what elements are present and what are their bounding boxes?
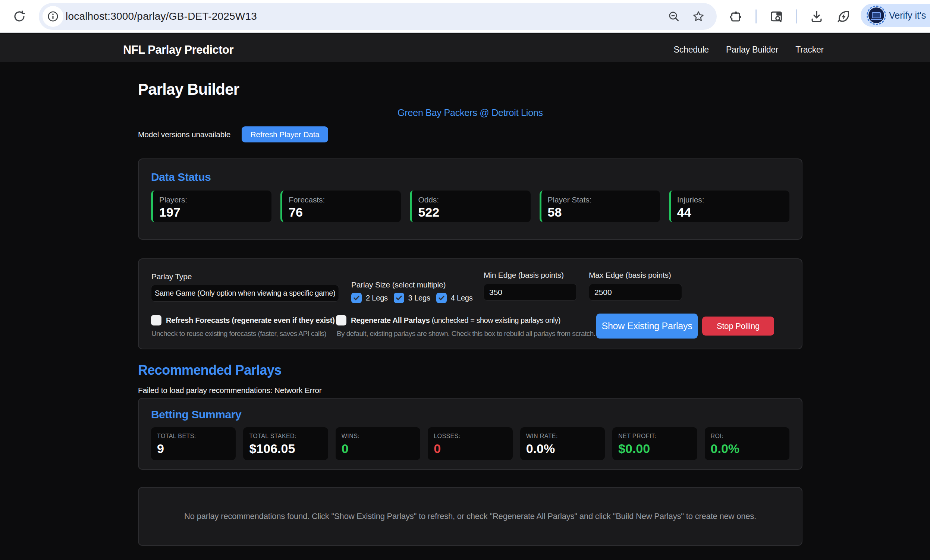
summary-box: ROI:0.0% [705, 427, 790, 460]
checkbox-label: 4 Legs [451, 294, 473, 302]
checkbox-label: 2 Legs [366, 294, 388, 302]
summary-value: 0 [342, 442, 420, 456]
max-edge-label: Max Edge (basis points) [589, 271, 671, 280]
refresh-forecasts-option: Refresh Forecasts (regenerate even if th… [151, 315, 335, 326]
checkbox-3-legs[interactable] [394, 293, 404, 303]
nav-link-schedule[interactable]: Schedule [674, 45, 709, 55]
stat-value: 522 [418, 205, 530, 220]
size-option-3-legs: 3 Legs [394, 293, 430, 303]
size-option-4-legs: 4 Legs [436, 293, 473, 303]
regenerate-helper: By default, existing parlays are shown. … [337, 329, 595, 338]
extensions-icon[interactable] [729, 9, 743, 23]
summary-box: LOSSES:0 [428, 427, 512, 460]
stat-box: Players:197 [151, 191, 271, 222]
url-text[interactable]: localhost:3000/parlay/GB-DET-2025W13 [66, 3, 257, 30]
min-edge-label: Min Edge (basis points) [483, 271, 564, 280]
checkbox-2-legs[interactable] [351, 293, 362, 303]
empty-state-message: No parlay recommendations found. Click "… [184, 512, 756, 521]
page-title: Parlay Builder [138, 80, 802, 98]
energy-saver-leaf-icon[interactable] [836, 9, 851, 23]
toolbar-divider [796, 9, 797, 23]
stop-polling-button[interactable]: Stop Polling [702, 317, 774, 335]
model-status-text: Model versions unavailable [138, 130, 231, 139]
zoom-out-icon[interactable] [667, 10, 680, 23]
stat-box: Player Stats:58 [540, 191, 660, 222]
profile-avatar [867, 6, 886, 25]
address-bar[interactable]: localhost:3000/parlay/GB-DET-2025W13 [39, 3, 717, 30]
summary-box: WINS:0 [336, 427, 420, 460]
stat-box: Forecasts:76 [280, 191, 401, 222]
main-content: Parlay Builder Green Bay Packers @ Detro… [0, 62, 930, 560]
summary-box: TOTAL BETS:9 [151, 427, 236, 460]
data-status-heading: Data Status [151, 171, 790, 183]
nav-links: ScheduleParlay BuilderTracker [674, 35, 824, 64]
download-icon[interactable] [810, 9, 824, 23]
regenerate-label: Regenerate All Parlays (unchecked = show… [351, 316, 560, 325]
nav-link-tracker[interactable]: Tracker [795, 45, 824, 55]
data-status-row: Players:197Forecasts:76Odds:522Player St… [151, 191, 790, 222]
app-navbar: NFL Parlay Predictor ScheduleParlay Buil… [0, 34, 930, 62]
betting-summary-heading: Betting Summary [151, 408, 790, 421]
regenerate-option: Regenerate All Parlays (unchecked = show… [336, 315, 560, 326]
summary-box: NET PROFIT:$0.00 [612, 427, 697, 460]
summary-label: ROI: [711, 433, 790, 440]
parlay-size-label: Parlay Size (select multiple) [351, 280, 446, 289]
stat-label: Odds: [418, 195, 530, 204]
stat-value: 58 [548, 205, 660, 220]
summary-value: 0.0% [526, 442, 605, 456]
betting-summary-card: Betting Summary TOTAL BETS:9TOTAL STAKED… [138, 398, 802, 470]
checkbox-4-legs[interactable] [436, 293, 447, 303]
game-link[interactable]: Green Bay Packers @ Detroit Lions [138, 108, 802, 118]
stat-value: 197 [159, 205, 271, 220]
max-edge-input[interactable] [589, 284, 682, 300]
size-option-2-legs: 2 Legs [351, 293, 388, 303]
stat-label: Player Stats: [548, 195, 660, 204]
bookmark-star-icon[interactable] [692, 10, 705, 23]
refresh-player-data-button[interactable]: Refresh Player Data [242, 126, 328, 142]
summary-box: WIN RATE:0.0% [520, 427, 605, 460]
empty-state-card: No parlay recommendations found. Click "… [138, 487, 802, 546]
checkbox-label: 3 Legs [408, 294, 430, 302]
stat-box: Odds:522 [410, 191, 530, 222]
app-title: NFL Parlay Predictor [123, 35, 233, 64]
parlay-type-label: Parlay Type [151, 272, 192, 281]
reload-icon[interactable] [13, 10, 26, 23]
summary-value: 0 [434, 442, 512, 456]
summary-value: $0.00 [618, 442, 697, 456]
min-edge-input[interactable] [483, 284, 577, 300]
profile-label: Verify it's [889, 10, 926, 21]
show-existing-parlays-button[interactable]: Show Existing Parlays [596, 314, 698, 338]
refresh-forecasts-helper: Uncheck to reuse existing forecasts (fas… [151, 329, 326, 338]
stat-box: Injuries:44 [669, 191, 790, 222]
summary-label: TOTAL STAKED: [249, 433, 328, 440]
betting-summary-row: TOTAL BETS:9TOTAL STAKED:$106.05WINS:0LO… [151, 427, 790, 460]
recommended-parlays-heading: Recommended Parlays [138, 362, 802, 378]
side-panel-search-icon[interactable] [769, 9, 784, 23]
parlay-controls-card: Parlay Type Same Game (Only option when … [138, 258, 802, 349]
summary-box: TOTAL STAKED:$106.05 [243, 427, 328, 460]
summary-value: 0.0% [711, 442, 790, 456]
refresh-forecasts-checkbox[interactable] [151, 315, 162, 326]
summary-label: WIN RATE: [526, 433, 605, 440]
stat-value: 44 [677, 205, 790, 220]
summary-value: $106.05 [249, 442, 328, 456]
summary-label: LOSSES: [434, 433, 512, 440]
stat-label: Forecasts: [289, 195, 401, 204]
stat-label: Players: [159, 195, 271, 204]
nav-link-parlay-builder[interactable]: Parlay Builder [726, 45, 778, 55]
stat-value: 76 [289, 205, 401, 220]
model-status-row: Model versions unavailable Refresh Playe… [138, 126, 802, 142]
summary-label: NET PROFIT: [618, 433, 697, 440]
profile-chip[interactable]: Verify it's [861, 4, 930, 27]
browser-toolbar: localhost:3000/parlay/GB-DET-2025W13 [0, 0, 930, 33]
parlay-size-options: 2 Legs3 Legs4 Legs [351, 293, 479, 303]
summary-label: WINS: [342, 433, 420, 440]
toolbar-divider [756, 9, 757, 23]
parlay-type-select[interactable]: Same Game (Only option when viewing a sp… [151, 285, 339, 302]
site-info-icon[interactable] [43, 6, 63, 27]
regenerate-checkbox[interactable] [336, 315, 346, 326]
data-status-card: Data Status Players:197Forecasts:76Odds:… [138, 158, 802, 240]
stat-label: Injuries: [677, 195, 790, 204]
refresh-forecasts-label: Refresh Forecasts (regenerate even if th… [166, 316, 335, 325]
summary-value: 9 [157, 442, 236, 456]
